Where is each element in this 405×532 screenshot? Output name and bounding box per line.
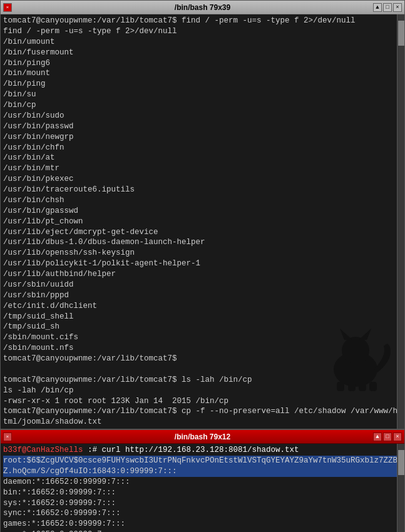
prompt-separator: :# — [83, 446, 98, 454]
bottom-terminal-text: b33f@CanHazShells :# curl http://192.168… — [3, 445, 402, 477]
bottom-titlebar: × /bin/bash 79x12 ▲ □ × — [1, 430, 404, 444]
top-window-title: /bin/bash 79x39 — [175, 3, 230, 12]
svg-rect-6 — [359, 384, 366, 391]
svg-rect-4 — [337, 382, 344, 391]
prompt-user: b33f@CanHazShells — [3, 446, 83, 454]
curl-command: curl http://192.168.23.128:8081/shadow.t… — [97, 446, 299, 454]
top-titlebar: × /bin/bash 79x39 ▲ □ × — [1, 1, 404, 14]
bottom-nav-buttons[interactable]: ▲ □ × — [373, 432, 402, 441]
main-window: × /bin/bash 79x39 ▲ □ × tomcat7@canyoupw… — [0, 0, 405, 532]
top-terminal-content: tomcat7@canyoupwnme:/var/lib/tomcat7$ fi… — [1, 14, 404, 429]
shadow-lines: daemon:*:16652:0:99999:7::: bin:*:16652:… — [3, 477, 402, 532]
svg-point-1 — [342, 337, 369, 364]
bottom-nav-up[interactable]: ▲ — [373, 432, 382, 441]
top-nav-restore[interactable]: □ — [383, 3, 392, 12]
bottom-scrollbar-thumb[interactable] — [398, 450, 404, 475]
bottom-terminal-content: b33f@CanHazShells :# curl http://192.168… — [1, 444, 404, 532]
top-scrollbar-thumb[interactable] — [398, 21, 404, 46]
top-nav-buttons[interactable]: ▲ □ × — [373, 3, 402, 12]
svg-rect-5 — [348, 384, 356, 391]
bottom-window-title: /bin/bash 79x12 — [175, 432, 230, 441]
bottom-nav-close[interactable]: × — [393, 432, 402, 441]
bottom-window-controls[interactable]: × — [3, 432, 12, 441]
top-nav-up[interactable]: ▲ — [373, 3, 382, 12]
bottom-terminal: × /bin/bash 79x12 ▲ □ × b33f@CanHazShell… — [0, 429, 405, 532]
top-window-controls[interactable]: × — [3, 3, 12, 12]
bottom-scrollbar[interactable] — [397, 444, 404, 532]
top-terminal: × /bin/bash 79x39 ▲ □ × tomcat7@canyoupw… — [0, 0, 405, 429]
svg-rect-7 — [369, 382, 377, 391]
bottom-nav-restore[interactable]: □ — [383, 432, 392, 441]
top-scrollbar[interactable] — [397, 14, 404, 429]
root-hash-line: root:$6$ZcgUVCV$0csce9FUHYswcbI3UtrPNqFn… — [3, 456, 402, 477]
top-nav-close[interactable]: × — [393, 3, 402, 12]
cat-image — [318, 329, 393, 391]
top-close-btn[interactable]: × — [3, 3, 12, 12]
bottom-close-btn[interactable]: × — [3, 432, 12, 441]
